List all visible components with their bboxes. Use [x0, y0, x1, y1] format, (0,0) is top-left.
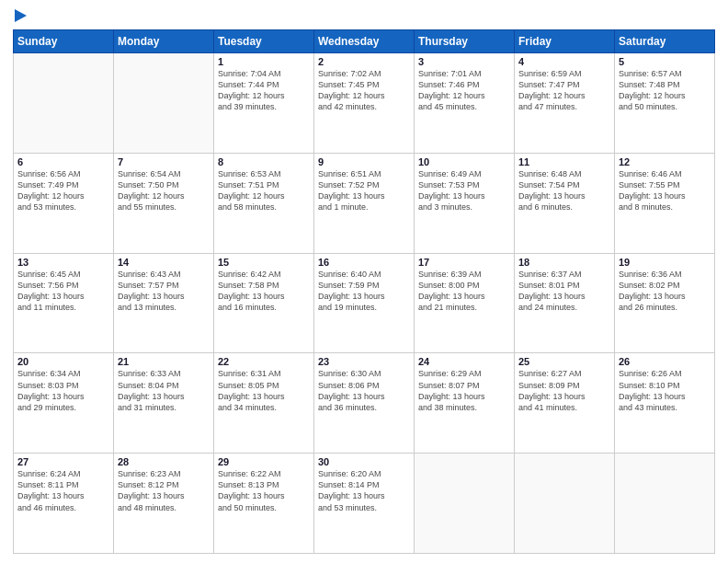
- calendar-header-wednesday: Wednesday: [314, 30, 415, 53]
- day-number: 22: [218, 356, 310, 367]
- day-detail: Sunrise: 7:02 AM Sunset: 7:45 PM Dayligh…: [318, 68, 410, 113]
- page: SundayMondayTuesdayWednesdayThursdayFrid…: [0, 0, 728, 563]
- calendar-header-friday: Friday: [515, 30, 615, 53]
- calendar-week-1: 1Sunrise: 7:04 AM Sunset: 7:44 PM Daylig…: [14, 53, 715, 154]
- calendar-cell: 21Sunrise: 6:33 AM Sunset: 8:04 PM Dayli…: [114, 353, 214, 454]
- day-detail: Sunrise: 6:57 AM Sunset: 7:48 PM Dayligh…: [619, 68, 711, 113]
- calendar-cell: 11Sunrise: 6:48 AM Sunset: 7:54 PM Dayli…: [515, 153, 615, 253]
- calendar-cell: 23Sunrise: 6:30 AM Sunset: 8:06 PM Dayli…: [314, 353, 415, 454]
- calendar-cell: 16Sunrise: 6:40 AM Sunset: 7:59 PM Dayli…: [314, 253, 415, 353]
- day-number: 3: [418, 56, 510, 67]
- calendar-cell: 27Sunrise: 6:24 AM Sunset: 8:11 PM Dayli…: [14, 454, 114, 554]
- day-number: 25: [518, 356, 610, 367]
- calendar-week-2: 6Sunrise: 6:56 AM Sunset: 7:49 PM Daylig…: [14, 153, 715, 253]
- day-detail: Sunrise: 6:59 AM Sunset: 7:47 PM Dayligh…: [518, 68, 610, 113]
- day-detail: Sunrise: 7:01 AM Sunset: 7:46 PM Dayligh…: [418, 68, 510, 113]
- calendar-cell: [415, 454, 515, 554]
- calendar-cell: 6Sunrise: 6:56 AM Sunset: 7:49 PM Daylig…: [14, 153, 114, 253]
- calendar-cell: 13Sunrise: 6:45 AM Sunset: 7:56 PM Dayli…: [14, 253, 114, 353]
- logo-line1: [13, 9, 27, 22]
- calendar-week-5: 27Sunrise: 6:24 AM Sunset: 8:11 PM Dayli…: [14, 454, 715, 554]
- day-number: 16: [318, 257, 410, 268]
- day-number: 11: [518, 156, 610, 167]
- day-detail: Sunrise: 6:37 AM Sunset: 8:01 PM Dayligh…: [518, 269, 610, 314]
- calendar-cell: 8Sunrise: 6:53 AM Sunset: 7:51 PM Daylig…: [214, 153, 314, 253]
- calendar-cell: 14Sunrise: 6:43 AM Sunset: 7:57 PM Dayli…: [114, 253, 214, 353]
- calendar-cell: 29Sunrise: 6:22 AM Sunset: 8:13 PM Dayli…: [214, 454, 314, 554]
- calendar-cell: 9Sunrise: 6:51 AM Sunset: 7:52 PM Daylig…: [314, 153, 415, 253]
- day-detail: Sunrise: 6:23 AM Sunset: 8:12 PM Dayligh…: [118, 468, 210, 513]
- day-number: 19: [619, 257, 711, 268]
- calendar-header-tuesday: Tuesday: [214, 30, 314, 53]
- day-number: 4: [518, 56, 610, 67]
- logo: [13, 9, 27, 22]
- day-number: 20: [17, 356, 109, 367]
- calendar-cell: 30Sunrise: 6:20 AM Sunset: 8:14 PM Dayli…: [314, 454, 415, 554]
- day-number: 18: [518, 257, 610, 268]
- logo-arrow-icon: [15, 9, 27, 22]
- day-detail: Sunrise: 6:43 AM Sunset: 7:57 PM Dayligh…: [118, 269, 210, 314]
- calendar-week-3: 13Sunrise: 6:45 AM Sunset: 7:56 PM Dayli…: [14, 253, 715, 353]
- day-number: 23: [318, 356, 410, 367]
- day-detail: Sunrise: 6:40 AM Sunset: 7:59 PM Dayligh…: [318, 269, 410, 314]
- day-number: 26: [619, 356, 711, 367]
- header: [13, 9, 715, 22]
- calendar-cell: 1Sunrise: 7:04 AM Sunset: 7:44 PM Daylig…: [214, 53, 314, 154]
- day-detail: Sunrise: 6:51 AM Sunset: 7:52 PM Dayligh…: [318, 168, 410, 213]
- calendar-cell: 7Sunrise: 6:54 AM Sunset: 7:50 PM Daylig…: [114, 153, 214, 253]
- day-detail: Sunrise: 6:22 AM Sunset: 8:13 PM Dayligh…: [218, 468, 310, 513]
- day-detail: Sunrise: 6:31 AM Sunset: 8:05 PM Dayligh…: [218, 368, 310, 413]
- calendar-table: SundayMondayTuesdayWednesdayThursdayFrid…: [13, 29, 715, 554]
- day-detail: Sunrise: 6:36 AM Sunset: 8:02 PM Dayligh…: [619, 269, 711, 314]
- calendar-cell: 28Sunrise: 6:23 AM Sunset: 8:12 PM Dayli…: [114, 454, 214, 554]
- calendar-cell: [615, 454, 715, 554]
- calendar-cell: 22Sunrise: 6:31 AM Sunset: 8:05 PM Dayli…: [214, 353, 314, 454]
- day-number: 10: [418, 156, 510, 167]
- day-detail: Sunrise: 6:45 AM Sunset: 7:56 PM Dayligh…: [17, 269, 109, 314]
- day-number: 28: [118, 456, 210, 467]
- day-number: 17: [418, 257, 510, 268]
- calendar-cell: 15Sunrise: 6:42 AM Sunset: 7:58 PM Dayli…: [214, 253, 314, 353]
- day-detail: Sunrise: 6:42 AM Sunset: 7:58 PM Dayligh…: [218, 269, 310, 314]
- calendar-cell: 2Sunrise: 7:02 AM Sunset: 7:45 PM Daylig…: [314, 53, 415, 154]
- day-detail: Sunrise: 6:26 AM Sunset: 8:10 PM Dayligh…: [619, 368, 711, 413]
- day-number: 2: [318, 56, 410, 67]
- day-detail: Sunrise: 6:27 AM Sunset: 8:09 PM Dayligh…: [518, 368, 610, 413]
- calendar-cell: 4Sunrise: 6:59 AM Sunset: 7:47 PM Daylig…: [515, 53, 615, 154]
- day-detail: Sunrise: 6:24 AM Sunset: 8:11 PM Dayligh…: [17, 468, 109, 513]
- day-detail: Sunrise: 6:56 AM Sunset: 7:49 PM Dayligh…: [17, 168, 109, 213]
- day-detail: Sunrise: 6:39 AM Sunset: 8:00 PM Dayligh…: [418, 269, 510, 314]
- day-number: 7: [118, 156, 210, 167]
- day-number: 1: [218, 56, 310, 67]
- day-detail: Sunrise: 6:29 AM Sunset: 8:07 PM Dayligh…: [418, 368, 510, 413]
- calendar-week-4: 20Sunrise: 6:34 AM Sunset: 8:03 PM Dayli…: [14, 353, 715, 454]
- calendar-cell: 25Sunrise: 6:27 AM Sunset: 8:09 PM Dayli…: [515, 353, 615, 454]
- day-detail: Sunrise: 6:46 AM Sunset: 7:55 PM Dayligh…: [619, 168, 711, 213]
- day-detail: Sunrise: 6:30 AM Sunset: 8:06 PM Dayligh…: [318, 368, 410, 413]
- calendar-header-saturday: Saturday: [615, 30, 715, 53]
- day-detail: Sunrise: 6:53 AM Sunset: 7:51 PM Dayligh…: [218, 168, 310, 213]
- calendar-cell: 26Sunrise: 6:26 AM Sunset: 8:10 PM Dayli…: [615, 353, 715, 454]
- calendar-cell: 5Sunrise: 6:57 AM Sunset: 7:48 PM Daylig…: [615, 53, 715, 154]
- calendar-header-row: SundayMondayTuesdayWednesdayThursdayFrid…: [14, 30, 715, 53]
- calendar-header-thursday: Thursday: [415, 30, 515, 53]
- day-number: 12: [619, 156, 711, 167]
- day-number: 6: [17, 156, 109, 167]
- calendar-cell: 3Sunrise: 7:01 AM Sunset: 7:46 PM Daylig…: [415, 53, 515, 154]
- day-number: 9: [318, 156, 410, 167]
- calendar-cell: 10Sunrise: 6:49 AM Sunset: 7:53 PM Dayli…: [415, 153, 515, 253]
- day-detail: Sunrise: 6:20 AM Sunset: 8:14 PM Dayligh…: [318, 468, 410, 513]
- calendar-cell: 19Sunrise: 6:36 AM Sunset: 8:02 PM Dayli…: [615, 253, 715, 353]
- day-detail: Sunrise: 6:48 AM Sunset: 7:54 PM Dayligh…: [518, 168, 610, 213]
- day-detail: Sunrise: 6:49 AM Sunset: 7:53 PM Dayligh…: [418, 168, 510, 213]
- calendar-cell: [114, 53, 214, 154]
- day-number: 14: [118, 257, 210, 268]
- day-number: 27: [17, 456, 109, 467]
- day-number: 5: [619, 56, 711, 67]
- day-detail: Sunrise: 6:33 AM Sunset: 8:04 PM Dayligh…: [118, 368, 210, 413]
- day-detail: Sunrise: 7:04 AM Sunset: 7:44 PM Dayligh…: [218, 68, 310, 113]
- calendar-cell: 18Sunrise: 6:37 AM Sunset: 8:01 PM Dayli…: [515, 253, 615, 353]
- day-number: 21: [118, 356, 210, 367]
- day-number: 30: [318, 456, 410, 467]
- day-number: 8: [218, 156, 310, 167]
